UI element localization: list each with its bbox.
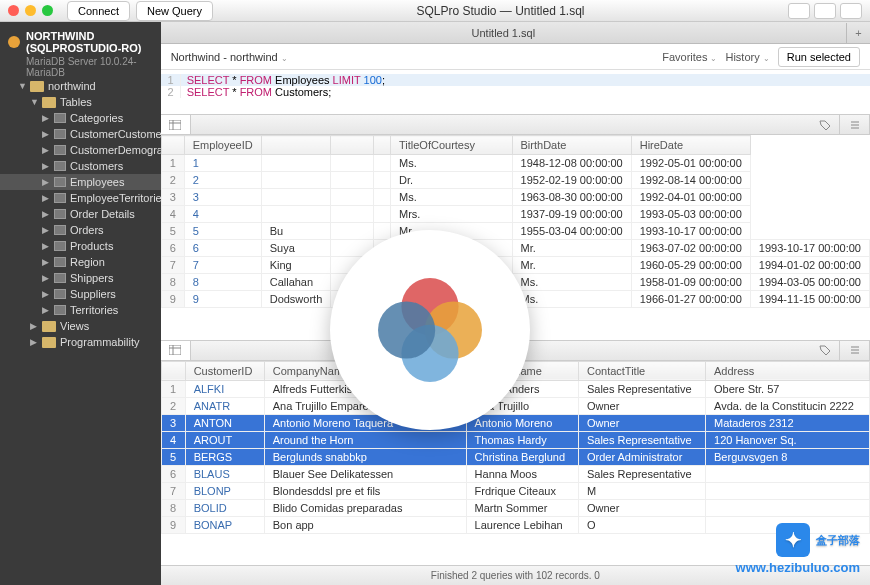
watermark-icon: ✦ <box>776 523 810 557</box>
table-icon <box>54 161 66 171</box>
folder-icon <box>42 321 56 332</box>
table-icon <box>54 193 66 203</box>
result-tabs-1 <box>161 115 870 135</box>
app-logo-overlay <box>330 230 530 430</box>
panel-right-icon[interactable] <box>840 3 862 19</box>
table-node[interactable]: ▶Employees <box>0 174 161 190</box>
table-row[interactable]: 66SuyaentativeMr.1963-07-02 00:00:001993… <box>161 240 869 257</box>
svg-point-15 <box>378 301 435 358</box>
server-icon <box>8 36 20 48</box>
column-header[interactable]: CustomerID <box>185 361 264 380</box>
column-header[interactable] <box>261 136 331 155</box>
table-row[interactable]: 33Ms.1963-08-30 00:00:001992-04-01 00:00… <box>161 189 869 206</box>
programmability-folder[interactable]: ▶Programmability <box>0 334 161 350</box>
minimize-icon[interactable] <box>25 5 36 16</box>
table-row[interactable]: 8BOLIDBlido Comidas preparadasMartn Somm… <box>161 499 869 516</box>
table-node[interactable]: ▶CustomerDemographics <box>0 142 161 158</box>
result-grid-icon[interactable] <box>161 341 191 360</box>
table-node[interactable]: ▶Customers <box>0 158 161 174</box>
column-header[interactable]: ContactTitle <box>578 361 705 380</box>
table-node[interactable]: ▶Products <box>0 238 161 254</box>
window-title: SQLPro Studio — Untitled 1.sql <box>213 4 788 18</box>
run-selected-button[interactable]: Run selected <box>778 47 860 67</box>
table-node[interactable]: ▶Suppliers <box>0 286 161 302</box>
table-node[interactable]: ▶Categories <box>0 110 161 126</box>
database-node[interactable]: ▼northwind <box>0 78 161 94</box>
sql-editor[interactable]: 1SELECT * FROM Employees LIMIT 100; 2SEL… <box>161 70 870 114</box>
new-query-button[interactable]: New Query <box>136 1 213 21</box>
folder-icon <box>42 97 56 108</box>
result-tag-icon[interactable] <box>810 115 840 134</box>
table-node[interactable]: ▶Region <box>0 254 161 270</box>
table-node[interactable]: ▶Order Details <box>0 206 161 222</box>
result-tag-icon[interactable] <box>810 341 840 360</box>
table-icon <box>54 145 66 155</box>
table-node[interactable]: ▶Territories <box>0 302 161 318</box>
server-node[interactable]: NORTHWIND (SQLPROSTUDIO-RO) <box>0 26 161 58</box>
column-header[interactable]: HireDate <box>631 136 750 155</box>
column-header[interactable] <box>161 361 185 380</box>
column-header[interactable]: EmployeeID <box>184 136 261 155</box>
column-header[interactable] <box>331 136 374 155</box>
folder-icon <box>30 81 44 92</box>
result-grid-icon[interactable] <box>161 115 191 134</box>
table-row[interactable]: 7BLONPBlondesddsl pre et filsFrdrique Ci… <box>161 482 869 499</box>
connect-button[interactable]: Connect <box>67 1 130 21</box>
server-version: MariaDB Server 10.0.24-MariaDB <box>0 56 161 78</box>
column-header[interactable]: Address <box>706 361 870 380</box>
table-icon <box>54 273 66 283</box>
add-tab-button[interactable]: + <box>846 23 870 43</box>
result-menu-icon[interactable] <box>840 115 870 134</box>
table-icon <box>54 241 66 251</box>
table-row[interactable]: 77KingentativeMr.1960-05-29 00:00:001994… <box>161 257 869 274</box>
close-icon[interactable] <box>8 5 19 16</box>
views-folder[interactable]: ▶Views <box>0 318 161 334</box>
sidebar: NORTHWIND (SQLPROSTUDIO-RO) MariaDB Serv… <box>0 22 161 585</box>
history-menu[interactable]: History ⌄ <box>725 51 769 63</box>
table-row[interactable]: 1ALFKIAlfreds FutterkisteMaria AndersSal… <box>161 380 869 397</box>
result-menu-icon[interactable] <box>840 341 870 360</box>
table-row[interactable]: 5BERGSBerglunds snabbkpChristina Berglun… <box>161 448 869 465</box>
table-row[interactable]: 55BuMr.1955-03-04 00:00:001993-10-17 00:… <box>161 223 869 240</box>
table-row[interactable]: 11Ms.1948-12-08 00:00:001992-05-01 00:00… <box>161 155 869 172</box>
svg-rect-0 <box>169 120 181 130</box>
table-icon <box>54 209 66 219</box>
watermark-url: www.hezibuluo.com <box>736 560 860 575</box>
column-header[interactable]: BirthDate <box>512 136 631 155</box>
table-icon <box>54 177 66 187</box>
table-icon <box>54 289 66 299</box>
table-node[interactable]: ▶Orders <box>0 222 161 238</box>
table-icon <box>54 129 66 139</box>
favorites-menu[interactable]: Favorites ⌄ <box>662 51 717 63</box>
table-node[interactable]: ▶CustomerCustomerDemo <box>0 126 161 142</box>
column-header[interactable]: TitleOfCourtesy <box>390 136 512 155</box>
database-selector[interactable]: Northwind - northwind ⌄ <box>171 51 288 63</box>
svg-rect-6 <box>169 345 181 355</box>
table-row[interactable]: 6BLAUSBlauer See DelikatessenHanna MoosS… <box>161 465 869 482</box>
column-header[interactable] <box>373 136 390 155</box>
table-row[interactable]: 3ANTONAntonio Moreno TaqueraAntonio More… <box>161 414 869 431</box>
panel-bottom-icon[interactable] <box>814 3 836 19</box>
titlebar: Connect New Query SQLPro Studio — Untitl… <box>0 0 870 22</box>
server-name: NORTHWIND (SQLPROSTUDIO-RO) <box>26 30 153 54</box>
table-icon <box>54 305 66 315</box>
table-row[interactable]: 2ANATRAna Trujillo Emparedados y helados… <box>161 397 869 414</box>
result-grid-2[interactable]: CustomerIDCompanyNameContactNameContactT… <box>161 361 870 566</box>
folder-icon <box>42 337 56 348</box>
query-toolbar: Northwind - northwind ⌄ Favorites ⌄ Hist… <box>161 44 870 70</box>
column-header[interactable] <box>161 136 184 155</box>
panel-left-icon[interactable] <box>788 3 810 19</box>
table-row[interactable]: 44Mrs.1937-09-19 00:00:001993-05-03 00:0… <box>161 206 869 223</box>
tables-folder[interactable]: ▼Tables <box>0 94 161 110</box>
table-node[interactable]: ▶Shippers <box>0 270 161 286</box>
zoom-icon[interactable] <box>42 5 53 16</box>
table-node[interactable]: ▶EmployeeTerritories <box>0 190 161 206</box>
table-row[interactable]: 22Dr.1952-02-19 00:00:001992-08-14 00:00… <box>161 172 869 189</box>
table-icon <box>54 225 66 235</box>
window-controls <box>8 5 53 16</box>
tab-untitled[interactable]: Untitled 1.sql <box>161 23 846 43</box>
table-row[interactable]: 4AROUTAround the HornThomas HardySales R… <box>161 431 869 448</box>
document-tabs: Untitled 1.sql + <box>161 22 870 44</box>
table-row[interactable]: 9BONAPBon appLaurence LebihanO <box>161 516 869 533</box>
table-icon <box>54 257 66 267</box>
